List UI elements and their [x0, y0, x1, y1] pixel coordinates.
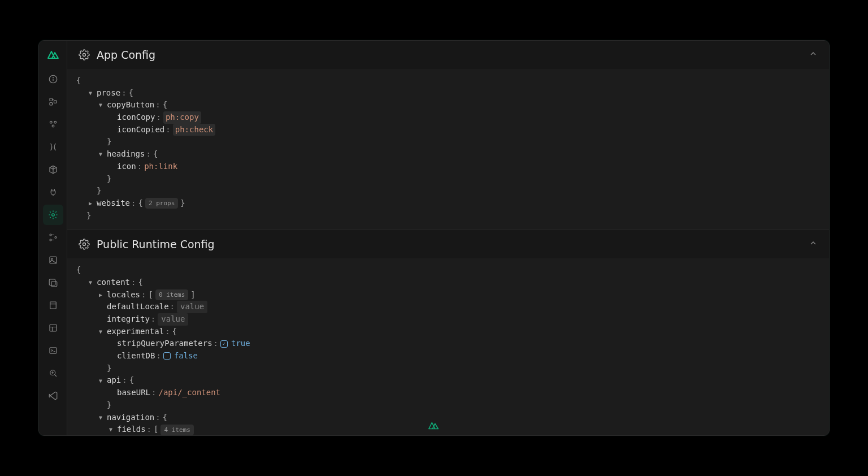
caret-right-icon[interactable]: ▶	[86, 199, 94, 208]
caret-down-icon[interactable]: ▼	[97, 101, 105, 110]
svg-rect-15	[49, 279, 55, 285]
tree-row[interactable]: clientDB: false	[76, 350, 820, 362]
tree-row: }	[76, 185, 820, 197]
gear-icon	[79, 239, 90, 250]
tree-row[interactable]: baseURL:/api/_content	[76, 387, 820, 399]
tree-row[interactable]: ▼fields:[4 items	[76, 423, 820, 435]
caret-down-icon[interactable]: ▼	[97, 327, 105, 336]
chevron-up-icon[interactable]	[809, 239, 818, 250]
nuxt-logo-icon	[46, 47, 60, 61]
tree-row[interactable]: ▼headings:{	[76, 148, 820, 161]
sidebar-item-assets[interactable]	[43, 250, 63, 270]
svg-point-24	[83, 54, 86, 57]
panel-body-app-config: { ▼prose:{ ▼copyButton:{ iconCopy:ph:cop…	[67, 69, 829, 230]
tree-row: }	[76, 173, 820, 185]
tree-row[interactable]: defaultLocale:value	[76, 301, 820, 313]
tree-row[interactable]: icon:ph:link	[76, 161, 820, 173]
sidebar-item-storage[interactable]	[43, 295, 63, 315]
svg-point-14	[51, 258, 52, 259]
caret-down-icon[interactable]: ▼	[97, 413, 105, 422]
tree-row: }	[76, 399, 820, 412]
devtools-window: App Config { ▼prose:{ ▼copyButton:{ icon…	[38, 40, 830, 436]
panel-header-runtime-config[interactable]: Public Runtime Config	[67, 230, 829, 258]
sidebar-item-modules[interactable]	[43, 159, 63, 180]
config-value-input[interactable]: value	[158, 313, 188, 326]
tree-row[interactable]: ▼navigation:{	[76, 412, 820, 424]
sidebar-item-pages[interactable]	[43, 92, 63, 112]
nuxt-logo-footer-icon	[428, 421, 440, 432]
main-content: App Config { ▼prose:{ ▼copyButton:{ icon…	[67, 41, 829, 435]
config-value[interactable]: /api/_content	[158, 387, 220, 399]
svg-point-2	[53, 77, 53, 78]
panel-runtime-config: Public Runtime Config { ▼content:{ ▶loca…	[67, 230, 829, 435]
sidebar-item-inspect[interactable]	[43, 363, 63, 383]
tree-row: }	[76, 210, 820, 222]
sidebar-item-virtual[interactable]	[43, 272, 63, 293]
caret-down-icon[interactable]: ▼	[107, 425, 115, 434]
tree-row: }	[76, 136, 820, 148]
config-value[interactable]: ph:link	[144, 161, 177, 173]
checkbox-checked-icon: ✓	[220, 340, 228, 348]
panel-title: Public Runtime Config	[97, 238, 802, 250]
tree-row: {	[76, 264, 820, 276]
svg-point-10	[50, 234, 51, 236]
svg-rect-19	[50, 324, 57, 331]
sidebar-item-config[interactable]	[43, 205, 63, 225]
sidebar-item-info[interactable]	[43, 69, 63, 89]
tree-row[interactable]: stripQueryParameters: ✓true	[76, 337, 820, 350]
collapsed-summary-badge: 4 items	[160, 425, 193, 435]
panel-title: App Config	[97, 49, 802, 61]
caret-down-icon[interactable]: ▼	[86, 278, 94, 287]
svg-point-12	[55, 237, 57, 239]
sidebar-item-layout[interactable]	[43, 318, 63, 338]
gear-icon	[79, 49, 90, 60]
tree-row[interactable]: ▼content:{	[76, 276, 820, 289]
sidebar-item-plugins[interactable]	[43, 182, 63, 202]
sidebar-item-imports[interactable]	[43, 137, 63, 157]
svg-point-11	[50, 239, 51, 241]
tree-row[interactable]: ▼prose:{	[76, 87, 820, 99]
sidebar-item-components[interactable]	[43, 114, 63, 135]
panel-header-app-config[interactable]: App Config	[67, 41, 829, 69]
tree-row[interactable]: ▶locales:[0 items]	[76, 289, 820, 301]
svg-point-8	[52, 125, 54, 127]
panel-body-runtime-config: { ▼content:{ ▶locales:[0 items] defaultL…	[67, 258, 829, 435]
tree-row[interactable]: ▶website:{2 props}	[76, 197, 820, 210]
svg-point-25	[83, 243, 86, 246]
svg-rect-17	[50, 302, 56, 309]
boolean-toggle[interactable]: ✓true	[220, 337, 250, 350]
tree-row: {	[76, 75, 820, 87]
config-value[interactable]: ph:copy	[163, 111, 201, 124]
checkbox-unchecked-icon	[163, 352, 171, 360]
tree-row[interactable]: ▼experimental:{	[76, 326, 820, 338]
collapsed-summary-badge: 2 props	[145, 198, 178, 209]
svg-rect-16	[51, 282, 57, 287]
sidebar-item-terminal[interactable]	[43, 340, 63, 361]
tree-row[interactable]: ▼api:{	[76, 374, 820, 387]
sidebar	[39, 41, 67, 435]
caret-down-icon[interactable]: ▼	[97, 150, 105, 159]
caret-right-icon[interactable]: ▶	[97, 291, 105, 300]
svg-rect-3	[50, 98, 53, 101]
svg-point-7	[54, 121, 56, 123]
tree-row[interactable]: iconCopied:ph:check	[76, 124, 820, 136]
tree-row[interactable]: integrity:value	[76, 313, 820, 326]
config-value[interactable]: ph:check	[173, 124, 215, 136]
boolean-toggle[interactable]: false	[163, 350, 198, 362]
tree-row: }	[76, 362, 820, 375]
caret-down-icon[interactable]: ▼	[97, 377, 105, 386]
config-value-input[interactable]: value	[177, 301, 207, 313]
caret-down-icon[interactable]: ▼	[86, 89, 94, 98]
tree-row[interactable]: ▼copyButton:{	[76, 99, 820, 111]
svg-point-9	[51, 214, 54, 217]
panel-app-config: App Config { ▼prose:{ ▼copyButton:{ icon…	[67, 41, 829, 230]
svg-rect-4	[50, 103, 53, 106]
sidebar-item-vscode[interactable]	[43, 386, 63, 406]
collapsed-summary-badge: 0 items	[155, 289, 188, 300]
tree-row[interactable]: iconCopy:ph:copy	[76, 111, 820, 124]
bool-label: false	[174, 350, 198, 362]
sidebar-item-timeline[interactable]	[43, 227, 63, 248]
chevron-up-icon[interactable]	[809, 49, 818, 60]
svg-rect-5	[54, 101, 57, 103]
bool-label: true	[231, 337, 250, 350]
